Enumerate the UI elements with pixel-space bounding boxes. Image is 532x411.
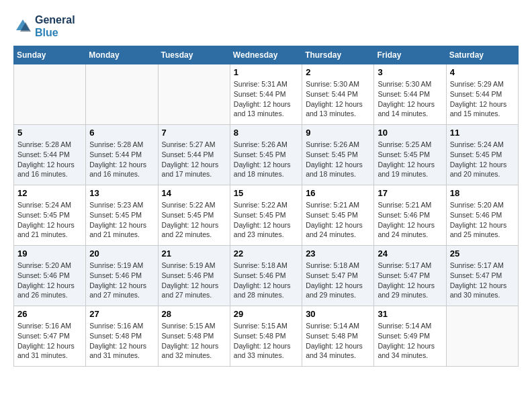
day-header-tuesday: Tuesday: [158, 46, 230, 64]
day-info: Sunrise: 5:17 AM Sunset: 5:47 PM Dayligh…: [378, 261, 442, 300]
day-info: Sunrise: 5:18 AM Sunset: 5:46 PM Dayligh…: [234, 261, 298, 300]
calendar-cell: 12Sunrise: 5:24 AM Sunset: 5:45 PM Dayli…: [14, 185, 86, 246]
day-number: 6: [89, 128, 154, 138]
day-info: Sunrise: 5:31 AM Sunset: 5:44 PM Dayligh…: [234, 79, 298, 119]
day-info: Sunrise: 5:16 AM Sunset: 5:48 PM Dayligh…: [89, 321, 154, 361]
day-number: 31: [378, 309, 442, 319]
day-info: Sunrise: 5:30 AM Sunset: 5:44 PM Dayligh…: [306, 79, 370, 119]
calendar-cell: 15Sunrise: 5:22 AM Sunset: 5:45 PM Dayli…: [230, 185, 302, 246]
calendar-cell: 14Sunrise: 5:22 AM Sunset: 5:45 PM Dayli…: [158, 185, 230, 246]
calendar-cell: 28Sunrise: 5:15 AM Sunset: 5:48 PM Dayli…: [158, 306, 230, 367]
day-header-monday: Monday: [86, 46, 158, 64]
day-number: 8: [234, 128, 298, 138]
calendar-header-row: SundayMondayTuesdayWednesdayThursdayFrid…: [14, 46, 519, 64]
day-info: Sunrise: 5:30 AM Sunset: 5:44 PM Dayligh…: [378, 79, 442, 119]
calendar-cell: 11Sunrise: 5:24 AM Sunset: 5:45 PM Dayli…: [446, 125, 518, 185]
day-number: 22: [234, 248, 298, 259]
calendar-cell: 26Sunrise: 5:16 AM Sunset: 5:47 PM Dayli…: [14, 306, 86, 367]
calendar-cell: 18Sunrise: 5:20 AM Sunset: 5:46 PM Dayli…: [446, 185, 518, 246]
calendar-cell: [446, 306, 518, 367]
day-header-saturday: Saturday: [446, 46, 518, 64]
calendar-cell: 19Sunrise: 5:20 AM Sunset: 5:46 PM Dayli…: [14, 246, 86, 306]
day-info: Sunrise: 5:22 AM Sunset: 5:45 PM Dayligh…: [162, 200, 226, 240]
calendar-week-row: 1Sunrise: 5:31 AM Sunset: 5:44 PM Daylig…: [14, 64, 519, 125]
calendar-table: SundayMondayTuesdayWednesdayThursdayFrid…: [13, 46, 519, 367]
day-info: Sunrise: 5:24 AM Sunset: 5:45 PM Dayligh…: [450, 140, 515, 179]
day-info: Sunrise: 5:21 AM Sunset: 5:45 PM Dayligh…: [306, 200, 370, 240]
day-number: 10: [378, 128, 442, 138]
day-number: 24: [378, 248, 442, 259]
calendar-cell: 24Sunrise: 5:17 AM Sunset: 5:47 PM Dayli…: [374, 246, 446, 306]
day-number: 9: [306, 128, 370, 138]
day-info: Sunrise: 5:23 AM Sunset: 5:45 PM Dayligh…: [89, 200, 154, 240]
day-number: 21: [162, 248, 226, 259]
day-info: Sunrise: 5:24 AM Sunset: 5:45 PM Dayligh…: [17, 200, 82, 240]
calendar-cell: 29Sunrise: 5:15 AM Sunset: 5:48 PM Dayli…: [230, 306, 302, 367]
day-number: 27: [89, 309, 154, 319]
day-info: Sunrise: 5:16 AM Sunset: 5:47 PM Dayligh…: [17, 321, 82, 361]
day-number: 12: [17, 188, 82, 198]
day-header-sunday: Sunday: [14, 46, 86, 64]
day-info: Sunrise: 5:14 AM Sunset: 5:49 PM Dayligh…: [378, 321, 442, 361]
calendar-cell: 4Sunrise: 5:29 AM Sunset: 5:44 PM Daylig…: [446, 64, 518, 125]
day-number: 17: [378, 188, 442, 198]
day-number: 14: [162, 188, 226, 198]
day-info: Sunrise: 5:14 AM Sunset: 5:48 PM Dayligh…: [306, 321, 370, 361]
calendar-cell: 8Sunrise: 5:26 AM Sunset: 5:45 PM Daylig…: [230, 125, 302, 185]
calendar-cell: 23Sunrise: 5:18 AM Sunset: 5:47 PM Dayli…: [302, 246, 374, 306]
day-info: Sunrise: 5:21 AM Sunset: 5:46 PM Dayligh…: [378, 200, 442, 240]
day-info: Sunrise: 5:22 AM Sunset: 5:45 PM Dayligh…: [234, 200, 298, 240]
day-info: Sunrise: 5:28 AM Sunset: 5:44 PM Dayligh…: [89, 140, 154, 179]
day-number: 5: [17, 128, 82, 138]
calendar-cell: 9Sunrise: 5:26 AM Sunset: 5:45 PM Daylig…: [302, 125, 374, 185]
calendar-cell: 6Sunrise: 5:28 AM Sunset: 5:44 PM Daylig…: [86, 125, 158, 185]
day-info: Sunrise: 5:26 AM Sunset: 5:45 PM Dayligh…: [234, 140, 298, 179]
day-info: Sunrise: 5:25 AM Sunset: 5:45 PM Dayligh…: [378, 140, 442, 179]
day-info: Sunrise: 5:20 AM Sunset: 5:46 PM Dayligh…: [17, 261, 82, 300]
calendar-cell: [158, 64, 230, 125]
day-number: 23: [306, 248, 370, 259]
day-info: Sunrise: 5:18 AM Sunset: 5:47 PM Dayligh…: [306, 261, 370, 300]
calendar-cell: 7Sunrise: 5:27 AM Sunset: 5:44 PM Daylig…: [158, 125, 230, 185]
day-number: 25: [450, 248, 515, 259]
day-number: 2: [306, 67, 370, 77]
day-number: 30: [306, 309, 370, 319]
calendar-cell: 22Sunrise: 5:18 AM Sunset: 5:46 PM Dayli…: [230, 246, 302, 306]
day-info: Sunrise: 5:19 AM Sunset: 5:46 PM Dayligh…: [89, 261, 154, 300]
calendar-week-row: 12Sunrise: 5:24 AM Sunset: 5:45 PM Dayli…: [14, 185, 519, 246]
calendar-cell: 17Sunrise: 5:21 AM Sunset: 5:46 PM Dayli…: [374, 185, 446, 246]
day-info: Sunrise: 5:26 AM Sunset: 5:45 PM Dayligh…: [306, 140, 370, 179]
calendar-cell: 31Sunrise: 5:14 AM Sunset: 5:49 PM Dayli…: [374, 306, 446, 367]
day-info: Sunrise: 5:17 AM Sunset: 5:47 PM Dayligh…: [450, 261, 515, 300]
day-info: Sunrise: 5:15 AM Sunset: 5:48 PM Dayligh…: [234, 321, 298, 361]
day-info: Sunrise: 5:29 AM Sunset: 5:44 PM Dayligh…: [450, 79, 515, 119]
calendar-cell: 30Sunrise: 5:14 AM Sunset: 5:48 PM Dayli…: [302, 306, 374, 367]
calendar-cell: 3Sunrise: 5:30 AM Sunset: 5:44 PM Daylig…: [374, 64, 446, 125]
calendar-cell: 20Sunrise: 5:19 AM Sunset: 5:46 PM Dayli…: [86, 246, 158, 306]
calendar-cell: [86, 64, 158, 125]
calendar-week-row: 19Sunrise: 5:20 AM Sunset: 5:46 PM Dayli…: [14, 246, 519, 306]
day-number: 28: [162, 309, 226, 319]
calendar-cell: 27Sunrise: 5:16 AM Sunset: 5:48 PM Dayli…: [86, 306, 158, 367]
day-number: 11: [450, 128, 515, 138]
day-number: 26: [17, 309, 82, 319]
day-number: 19: [17, 248, 82, 259]
calendar-cell: 25Sunrise: 5:17 AM Sunset: 5:47 PM Dayli…: [446, 246, 518, 306]
day-number: 3: [378, 67, 442, 77]
calendar-cell: 21Sunrise: 5:19 AM Sunset: 5:46 PM Dayli…: [158, 246, 230, 306]
day-info: Sunrise: 5:19 AM Sunset: 5:46 PM Dayligh…: [162, 261, 226, 300]
calendar-cell: 1Sunrise: 5:31 AM Sunset: 5:44 PM Daylig…: [230, 64, 302, 125]
day-number: 4: [450, 67, 515, 77]
calendar-cell: 13Sunrise: 5:23 AM Sunset: 5:45 PM Dayli…: [86, 185, 158, 246]
day-number: 18: [450, 188, 515, 198]
day-info: Sunrise: 5:15 AM Sunset: 5:48 PM Dayligh…: [162, 321, 226, 361]
day-number: 16: [306, 188, 370, 198]
day-number: 7: [162, 128, 226, 138]
calendar-cell: [14, 64, 86, 125]
calendar-cell: 2Sunrise: 5:30 AM Sunset: 5:44 PM Daylig…: [302, 64, 374, 125]
day-info: Sunrise: 5:28 AM Sunset: 5:44 PM Dayligh…: [17, 140, 82, 179]
day-header-wednesday: Wednesday: [230, 46, 302, 64]
day-number: 20: [89, 248, 154, 259]
calendar-week-row: 5Sunrise: 5:28 AM Sunset: 5:44 PM Daylig…: [14, 125, 519, 185]
logo: General Blue: [13, 13, 75, 39]
